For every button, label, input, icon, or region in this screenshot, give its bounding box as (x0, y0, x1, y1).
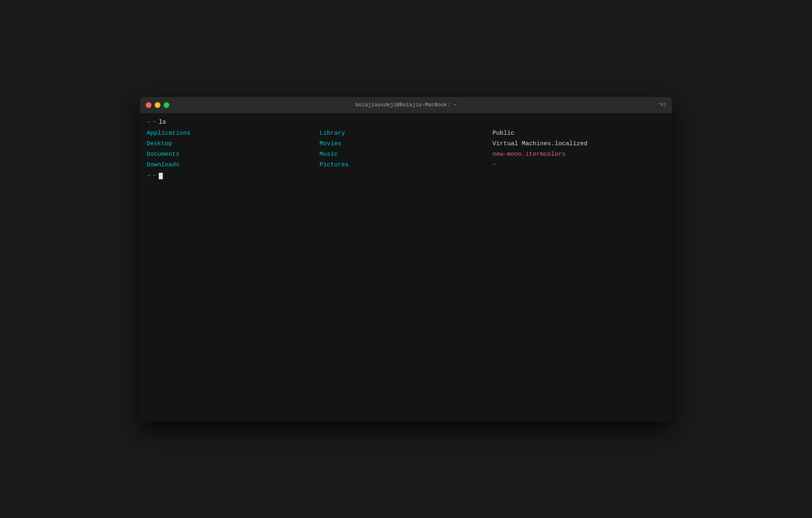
maximize-button[interactable] (164, 102, 169, 108)
window-title: bolajiayodeji@Bolajis-MacBook: ~ (355, 102, 457, 108)
ls-item-public: Public (492, 129, 665, 138)
title-bar: bolajiayodeji@Bolajis-MacBook: ~ ⌃⌘1 (140, 97, 672, 113)
ls-output: Applications Desktop Documents Downloads… (147, 129, 665, 170)
prompt-tilde: ~ (153, 118, 156, 127)
second-prompt-tilde: ~ (153, 172, 156, 181)
command-prompt-line: → ~ ls (147, 118, 665, 127)
prompt-arrow: → (147, 118, 150, 127)
ls-item-desktop: Desktop (147, 139, 320, 149)
cursor (159, 173, 163, 179)
ls-item-pictures: Pictures (320, 160, 492, 170)
ls-column-3: Public Virtual Machines.localized new-mo… (492, 129, 665, 170)
ls-column-1: Applications Desktop Documents Downloads (147, 129, 320, 170)
ls-item-virtual-machines: Virtual Machines.localized (492, 139, 665, 149)
terminal-body[interactable]: → ~ ls Applications Desktop Documents Do… (140, 113, 672, 421)
prompt-command: ls (159, 118, 166, 127)
ls-item-applications: Applications (147, 129, 320, 138)
keyboard-shortcut: ⌃⌘1 (657, 102, 666, 108)
second-prompt-arrow: → (147, 172, 150, 181)
ls-item-movies: Movies (320, 139, 492, 149)
ls-column-2: Library Movies Music Pictures (320, 129, 492, 170)
minimize-button[interactable] (155, 102, 160, 108)
close-button[interactable] (146, 102, 151, 108)
second-prompt-line: → ~ (147, 172, 665, 181)
ls-item-music: Music (320, 150, 492, 159)
ls-item-new-moon: new-moon.itermcolors (492, 150, 665, 159)
ls-item-library: Library (320, 129, 492, 138)
traffic-lights (146, 102, 169, 108)
terminal-window: bolajiayodeji@Bolajis-MacBook: ~ ⌃⌘1 → ~… (140, 97, 672, 421)
ls-item-documents: Documents (147, 150, 320, 159)
ls-item-tilde: ~ (492, 160, 665, 170)
ls-item-downloads: Downloads (147, 160, 320, 170)
